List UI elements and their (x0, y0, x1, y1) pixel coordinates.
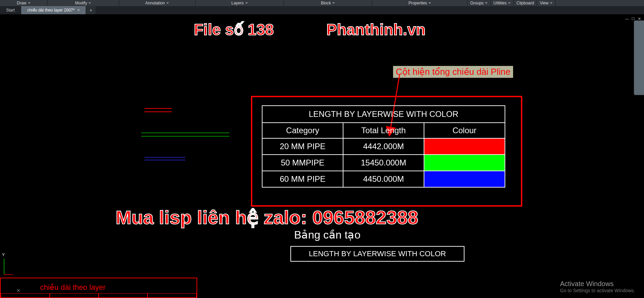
table-title-row: LENGTH BY LAYERWISE WITH COLOR (262, 106, 505, 123)
secondary-table-label: Bảng cần tạo (294, 228, 360, 241)
overlay-promo: Mua lisp liên hệ zalo: 0965882388 (116, 206, 418, 228)
minimize-button[interactable]: — (624, 16, 630, 21)
cell-length: 15450.000M (343, 155, 424, 171)
polyline-red[interactable] (145, 108, 172, 109)
tab-label: Start (6, 8, 15, 13)
tab-label: chiều dài theo layer 2007* (27, 8, 74, 13)
chevron-down-icon (508, 2, 511, 4)
cell-colour-swatch (424, 155, 505, 171)
ribbon-label: View (540, 1, 548, 5)
overlay-title-left: File số 138 (194, 20, 274, 39)
header-colour: Colour (424, 123, 505, 138)
ucs-y-axis (4, 259, 4, 275)
length-table-secondary: LENGTH BY LAYERWISE WITH COLOR (290, 246, 464, 262)
ribbon-panel-clipboard[interactable]: Clipboard (514, 0, 537, 6)
ribbon-label: Properties (408, 1, 427, 5)
chevron-down-icon (245, 2, 248, 4)
polyline-blue[interactable] (145, 160, 185, 160)
cell-category: 20 MM PIPE (262, 138, 343, 155)
cell-length: 4450.000M (343, 171, 424, 187)
chevron-down-icon (166, 2, 169, 4)
chevron-down-icon (88, 2, 91, 4)
overlay-title-right: Phanthinh.vn (326, 20, 425, 39)
ribbon-panel-annotation[interactable]: Annotation (119, 0, 196, 6)
chevron-down-icon (550, 2, 553, 4)
ribbon-label: Block (321, 1, 331, 5)
ribbon-panel-utilities[interactable]: Utilities (491, 0, 514, 6)
table-header-row: Category Total Length Colour (262, 123, 505, 138)
ribbon-panel-modify[interactable]: Modify (48, 0, 119, 6)
palette-divider (1, 293, 197, 297)
ribbon-panel-layers[interactable]: Layers (196, 0, 284, 6)
ribbon-label: Modify (75, 1, 87, 5)
command-palette-label: chiều dài theo layer (40, 283, 106, 292)
ucs-icon[interactable]: Y (1, 255, 11, 275)
polyline-green[interactable] (141, 136, 230, 137)
table-row: 50 MMPIPE 15450.000M (262, 155, 505, 171)
chevron-down-icon (332, 2, 335, 4)
ribbon-panel-block[interactable]: Block (284, 0, 372, 6)
ribbon-label: Utilities (493, 1, 507, 5)
ribbon-panel-draw[interactable]: Draw (0, 0, 48, 6)
table-row: 60 MM PIPE 4450.000M (262, 171, 505, 187)
table-title-row: LENGTH BY LAYERWISE WITH COLOR (291, 246, 464, 261)
chevron-down-icon (428, 2, 431, 4)
ribbon-label: Draw (17, 1, 26, 5)
sample-polylines (141, 108, 230, 181)
header-length: Total Length (343, 123, 424, 138)
chevron-down-icon (485, 2, 488, 4)
table-title: LENGTH BY LAYERWISE WITH COLOR (262, 106, 505, 123)
color-swatch-red (424, 139, 505, 154)
cell-colour-swatch (424, 171, 505, 187)
header-category: Category (262, 123, 343, 138)
length-table: LENGTH BY LAYERWISE WITH COLOR Category … (262, 105, 505, 188)
callout-label: Cột hiện tổng chiều dài Pline (393, 66, 513, 78)
color-swatch-green (424, 155, 505, 171)
ribbon-label: Clipboard (516, 1, 534, 5)
tab-start[interactable]: Start (0, 6, 21, 14)
close-icon[interactable]: × (77, 8, 80, 12)
chevron-down-icon (28, 2, 31, 4)
polyline-red[interactable] (145, 111, 172, 112)
new-tab-button[interactable]: + (86, 6, 96, 14)
polyline-green[interactable] (141, 133, 230, 133)
ribbon-label: Groups (470, 1, 484, 5)
color-swatch-blue (424, 171, 505, 187)
polyline-blue[interactable] (145, 157, 185, 158)
ribbon-bar: Draw Modify Annotation Layers Block Prop… (0, 0, 644, 6)
ribbon-label: Layers (231, 1, 243, 5)
navigation-bar[interactable] (634, 20, 644, 95)
cell-colour-swatch (424, 138, 505, 155)
watermark-line2: Go to Settings to activate Windows. (560, 288, 635, 293)
table-title: LENGTH BY LAYERWISE WITH COLOR (291, 246, 464, 261)
watermark-line1: Activate Windows (560, 280, 635, 288)
ribbon-panel-properties[interactable]: Properties (372, 0, 468, 6)
document-tab-bar: Start chiều dài theo layer 2007* × + (0, 6, 644, 14)
activate-windows-watermark: Activate Windows Go to Settings to activ… (560, 280, 635, 293)
drawing-canvas[interactable]: — ☐ ✕ File số 138 Phanthinh.vn Mua lisp … (0, 14, 644, 298)
cell-length: 4442.000M (343, 138, 424, 155)
tab-active-document[interactable]: chiều dài theo layer 2007* × (21, 6, 86, 14)
ucs-x-axis (4, 274, 13, 275)
ribbon-panel-view[interactable]: View (537, 0, 556, 6)
ribbon-panel-groups[interactable]: Groups (468, 0, 491, 6)
ribbon-label: Annotation (145, 1, 165, 5)
table-row: 20 MM PIPE 4442.000M (262, 138, 505, 155)
cell-category: 60 MM PIPE (262, 171, 343, 187)
ucs-y-label: Y (2, 252, 5, 257)
command-palette-box[interactable]: × chiều dài theo layer (0, 278, 197, 298)
cell-category: 50 MMPIPE (262, 155, 343, 171)
